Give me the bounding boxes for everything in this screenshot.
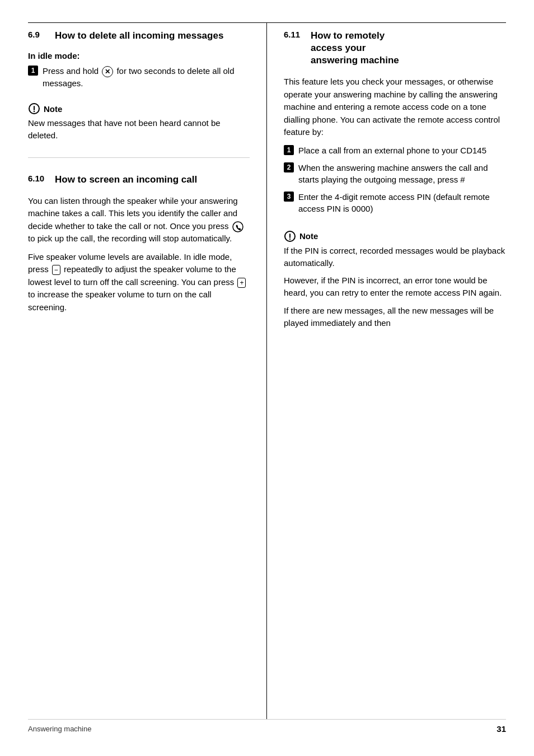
phone-green-icon xyxy=(232,221,243,232)
note-text-611-3: If there are new messages, all the new m… xyxy=(284,305,506,329)
note-icon-611 xyxy=(284,230,296,242)
section-611-title: How to remotely access your answering ma… xyxy=(311,30,399,67)
step-item: 1 Press and hold ✕ for two seconds to de… xyxy=(28,65,250,89)
page-footer: Answering machine 31 xyxy=(28,719,506,734)
step-text-1: Place a call from an external phone to y… xyxy=(298,144,486,156)
step-num-2: 2 xyxy=(284,162,294,172)
minus-button-icon: − xyxy=(52,265,60,275)
note-icon xyxy=(28,102,40,115)
section-69-number: 6.9 xyxy=(28,30,55,39)
step-text-3: Enter the 4-digit remote access PIN (def… xyxy=(298,191,506,214)
left-column: 6.9 How to delete all incoming messages … xyxy=(28,23,267,719)
step-text-2: When the answering machine answers the c… xyxy=(298,162,506,185)
note-header-611: Note xyxy=(284,230,506,242)
step-item-2: 2 When the answering machine answers the… xyxy=(284,162,506,185)
note-label-69: Note xyxy=(44,104,62,114)
step-num-3: 3 xyxy=(284,192,294,202)
note-block-69: Note New messages that have not been hea… xyxy=(28,102,250,142)
note-header-69: Note xyxy=(28,102,250,115)
section-611-steps: 1 Place a call from an external phone to… xyxy=(284,144,506,220)
subsection-idle-label: In idle mode: xyxy=(28,51,250,60)
section-610-number: 6.10 xyxy=(28,174,55,183)
step-item-3: 3 Enter the 4-digit remote access PIN (d… xyxy=(284,191,506,214)
section-69-header: 6.9 How to delete all incoming messages xyxy=(28,30,250,42)
divider-between-sections xyxy=(28,157,250,158)
section-611-number: 6.11 xyxy=(284,30,311,39)
note-text-611-1: If the PIN is correct, recorded messages… xyxy=(284,245,506,269)
note-block-611: Note If the PIN is correct, recorded mes… xyxy=(284,230,506,329)
svg-point-6 xyxy=(289,239,291,240)
footer-label: Answering machine xyxy=(28,725,91,733)
section-611-header: 6.11 How to remotely access your answeri… xyxy=(284,30,506,67)
step-1-text: Press and hold ✕ for two seconds to dele… xyxy=(43,65,250,89)
section-69-steps: 1 Press and hold ✕ for two seconds to de… xyxy=(28,65,250,92)
note-text-611-2: However, if the PIN is incorrect, an err… xyxy=(284,274,506,299)
section-610-body2: Five speaker volume levels are available… xyxy=(28,251,250,314)
section-610-title: How to screen an incoming call xyxy=(55,174,197,186)
x-button-icon: ✕ xyxy=(102,66,113,77)
step-num-1: 1 xyxy=(284,145,294,155)
svg-point-2 xyxy=(34,111,35,112)
plus-button-icon: + xyxy=(237,278,246,288)
step-item-1: 1 Place a call from an external phone to… xyxy=(284,144,506,156)
section-611-intro: This feature lets you check your message… xyxy=(284,76,506,139)
page: 6.9 How to delete all incoming messages … xyxy=(0,0,534,756)
section-610-body1: You can listen through the speaker while… xyxy=(28,195,250,245)
step-number-1: 1 xyxy=(28,66,38,76)
page-number: 31 xyxy=(496,724,506,734)
section-610-header: 6.10 How to screen an incoming call xyxy=(28,174,250,186)
right-column: 6.11 How to remotely access your answeri… xyxy=(267,23,506,719)
section-69-title: How to delete all incoming messages xyxy=(55,30,223,42)
note-label-611: Note xyxy=(299,231,318,241)
note-text-69: New messages that have not been heard ca… xyxy=(28,117,250,142)
